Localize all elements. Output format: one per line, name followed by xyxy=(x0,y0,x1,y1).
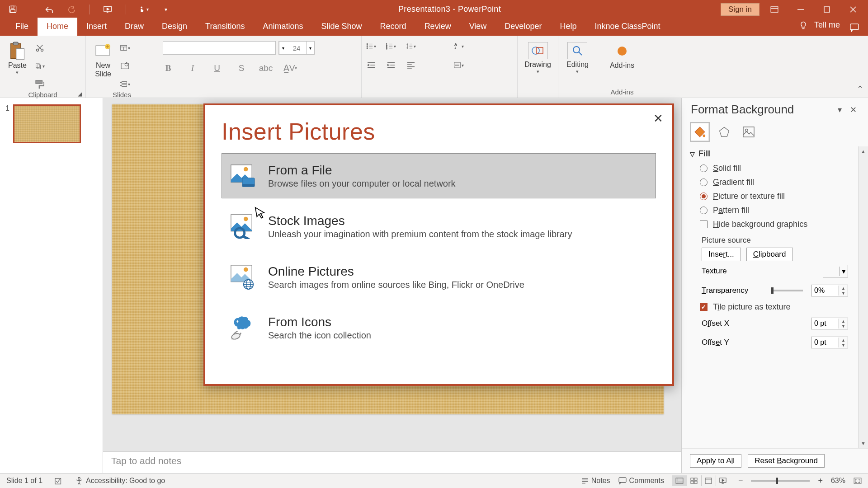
notes-pane[interactable]: Tap to add notes xyxy=(103,451,681,473)
close-icon[interactable] xyxy=(842,0,864,19)
panel-options-icon[interactable]: ▾ xyxy=(833,105,846,115)
normal-view-icon[interactable] xyxy=(672,475,687,486)
insert-picture-button[interactable]: Insert... xyxy=(702,248,741,261)
present-icon[interactable] xyxy=(103,5,112,14)
ribbon-display-icon[interactable] xyxy=(763,0,786,19)
picture-fill-radio[interactable]: Picture or texture fill xyxy=(690,189,854,203)
new-slide-button[interactable]: New Slide xyxy=(90,41,116,79)
maximize-icon[interactable] xyxy=(816,0,838,19)
collapse-ribbon-icon[interactable]: ⌃ xyxy=(857,84,863,94)
comments-toggle[interactable]: Comments xyxy=(618,477,664,485)
tab-animations[interactable]: Animations xyxy=(254,18,312,36)
tab-slideshow[interactable]: Slide Show xyxy=(312,18,371,36)
sign-in-button[interactable]: Sign in xyxy=(721,3,760,16)
shadow-button[interactable]: S xyxy=(236,63,247,73)
from-icons-option[interactable]: From Icons Search the icon collection xyxy=(222,305,656,350)
sorter-view-icon[interactable] xyxy=(687,475,701,486)
tab-review[interactable]: Review xyxy=(415,18,460,36)
line-spacing-icon[interactable]: ▾ xyxy=(406,41,416,51)
bold-button[interactable]: B xyxy=(163,63,174,73)
align-left-icon[interactable] xyxy=(406,60,416,70)
tab-help[interactable]: Help xyxy=(551,18,585,36)
dropdown-arrow-icon[interactable]: ▾ xyxy=(306,42,314,54)
tab-design[interactable]: Design xyxy=(153,18,196,36)
slide-thumbnail-panel[interactable]: 1 xyxy=(0,98,103,473)
bullets-icon[interactable]: ▾ xyxy=(366,41,376,51)
fill-section-header[interactable]: ▽ Fill xyxy=(690,146,854,161)
offset-y-input[interactable]: ▲▼ xyxy=(811,337,848,348)
tell-me-search[interactable]: Tell me xyxy=(799,20,840,30)
paste-button[interactable]: Paste ▾ xyxy=(5,41,30,76)
scroll-up-icon[interactable]: ▲ xyxy=(859,146,868,156)
fill-tab-icon[interactable] xyxy=(690,122,710,142)
reading-view-icon[interactable] xyxy=(701,475,716,486)
pattern-fill-radio[interactable]: Pattern fill xyxy=(690,203,854,217)
slideshow-view-icon[interactable] xyxy=(716,475,730,486)
scrollbar[interactable]: ▲ ▼ xyxy=(858,146,868,448)
transparency-slider[interactable] xyxy=(771,290,803,291)
stock-images-option[interactable]: Stock Images Unleash your imagination wi… xyxy=(222,204,656,249)
tile-checkbox[interactable]: Tile picture as texture xyxy=(690,300,854,314)
format-painter-icon[interactable] xyxy=(35,79,45,89)
apply-to-all-button[interactable]: Apply to All xyxy=(690,454,741,468)
gradient-fill-radio[interactable]: Gradient fill xyxy=(690,175,854,189)
panel-close-icon[interactable]: ✕ xyxy=(846,105,860,115)
reset-icon[interactable] xyxy=(120,61,130,71)
drawing-button[interactable]: Drawing ▾ xyxy=(521,41,555,75)
tab-insert[interactable]: Insert xyxy=(77,18,116,36)
thumbnail-preview[interactable] xyxy=(13,104,81,143)
clipboard-button[interactable]: Clipboard xyxy=(746,248,793,261)
qat-customize-icon[interactable]: ▾ xyxy=(161,5,170,14)
scroll-down-icon[interactable]: ▼ xyxy=(859,438,868,448)
tab-record[interactable]: Record xyxy=(371,18,415,36)
hide-graphics-checkbox[interactable]: Hide background graphics xyxy=(690,217,854,231)
tab-developer[interactable]: Developer xyxy=(495,18,551,36)
from-file-option[interactable]: From a File Browse files on your compute… xyxy=(222,153,656,198)
online-pictures-option[interactable]: Online Pictures Search images from onlin… xyxy=(222,254,656,300)
italic-button[interactable]: I xyxy=(187,63,198,73)
offset-x-input[interactable]: ▲▼ xyxy=(811,318,848,329)
increase-indent-icon[interactable] xyxy=(386,60,396,70)
slide-thumbnail-1[interactable]: 1 xyxy=(5,104,97,143)
tab-classpoint[interactable]: Inknoe ClassPoint xyxy=(585,18,669,36)
decrease-indent-icon[interactable] xyxy=(366,60,376,70)
picture-tab-icon[interactable] xyxy=(739,122,759,142)
minimize-icon[interactable] xyxy=(789,0,812,19)
zoom-slider[interactable] xyxy=(751,480,810,482)
cut-icon[interactable] xyxy=(35,43,45,53)
redo-icon[interactable] xyxy=(66,5,75,14)
zoom-in-icon[interactable]: + xyxy=(818,476,823,486)
save-icon[interactable] xyxy=(8,5,17,14)
spellcheck-icon[interactable] xyxy=(54,477,63,485)
font-size-combo[interactable]: ▾ 24 ▾ xyxy=(278,41,315,55)
solid-fill-radio[interactable]: Solid fill xyxy=(690,161,854,175)
dialog-close-icon[interactable]: ✕ xyxy=(653,112,663,126)
notes-toggle[interactable]: Notes xyxy=(581,477,610,485)
dropdown-arrow-icon[interactable]: ▾ xyxy=(279,42,287,54)
strikethrough-button[interactable]: abc xyxy=(260,63,271,73)
copy-icon[interactable]: ▾ xyxy=(35,61,45,71)
tab-draw[interactable]: Draw xyxy=(116,18,153,36)
underline-button[interactable]: U xyxy=(212,63,222,73)
zoom-level[interactable]: 63% xyxy=(831,477,845,485)
editing-button[interactable]: Editing ▾ xyxy=(563,41,592,75)
dialog-launcher-icon[interactable]: ◢ xyxy=(78,91,82,97)
numbering-icon[interactable]: 123▾ xyxy=(386,41,396,51)
tab-file[interactable]: File xyxy=(6,18,38,36)
transparency-input[interactable]: ▲▼ xyxy=(811,285,848,296)
tab-home[interactable]: Home xyxy=(38,18,77,36)
reset-background-button[interactable]: Reset Background xyxy=(748,454,825,468)
comments-toggle-icon[interactable] xyxy=(844,21,864,34)
align-text-icon[interactable]: ▾ xyxy=(454,60,464,70)
addins-button[interactable]: Add-ins xyxy=(606,41,638,70)
text-direction-icon[interactable]: A▾ xyxy=(454,41,464,51)
effects-tab-icon[interactable] xyxy=(714,122,734,142)
slide-indicator[interactable]: Slide 1 of 1 xyxy=(6,477,42,485)
font-name-combo[interactable] xyxy=(163,41,276,55)
char-spacing-button[interactable]: A̲V▾ xyxy=(285,63,296,73)
layout-icon[interactable]: ▾ xyxy=(120,43,130,53)
tab-transitions[interactable]: Transitions xyxy=(196,18,254,36)
accessibility-status[interactable]: Accessibility: Good to go xyxy=(75,477,165,485)
zoom-out-icon[interactable]: − xyxy=(738,476,743,486)
undo-icon[interactable] xyxy=(45,5,54,14)
